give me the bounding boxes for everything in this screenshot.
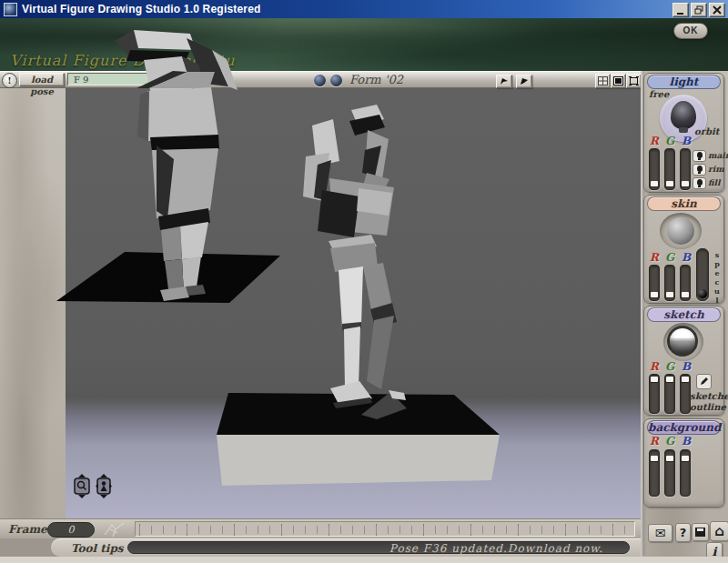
green-label: G: [665, 251, 674, 264]
ok-button[interactable]: OK: [673, 23, 708, 39]
blue-label: B: [682, 435, 691, 447]
skin-green-slider[interactable]: [664, 265, 675, 301]
move-figure-control[interactable]: [95, 474, 113, 498]
background-panel-header[interactable]: background: [647, 420, 721, 435]
background-green-slider[interactable]: [664, 449, 675, 497]
help-button[interactable]: ?: [675, 523, 691, 542]
bulb-icon: [697, 179, 703, 186]
sketch-panel-header[interactable]: sketch: [647, 307, 721, 322]
slider-handle[interactable]: [682, 456, 689, 461]
pencil-icon: [699, 377, 709, 387]
light-green-slider[interactable]: [664, 148, 675, 190]
slider-handle[interactable]: [682, 292, 689, 297]
upload-pose-button[interactable]: !: [2, 73, 17, 88]
restore-icon: [693, 5, 704, 15]
light-panel-header[interactable]: light: [647, 75, 721, 89]
load-pose-button[interactable]: load pose: [19, 73, 65, 86]
fill-light-label: fill: [708, 178, 720, 187]
slider-handle[interactable]: [682, 181, 689, 186]
tooltips-label: Tool tips: [71, 542, 124, 555]
frame-bar: Frame 0: [0, 518, 641, 538]
title-bar: Virtual Figure Drawing Studio 1.0 Regist…: [0, 0, 728, 18]
fullscreen-view-button[interactable]: [626, 74, 642, 88]
skin-preview-well: [660, 213, 702, 249]
light-blue-slider[interactable]: [680, 148, 691, 190]
frame-number-field[interactable]: 0: [47, 522, 95, 538]
skin-panel-header[interactable]: skin: [647, 196, 721, 211]
prev-form-sphere-button[interactable]: [314, 75, 326, 86]
sketched-outline-button[interactable]: [696, 374, 712, 389]
grid-view-button[interactable]: [595, 74, 611, 88]
sidebar: light free orbit R G B main rim fill ski…: [641, 71, 728, 557]
bottom-strip: [0, 557, 728, 563]
flag-icon: [520, 77, 529, 85]
slider-handle[interactable]: [682, 377, 689, 382]
slider-handle[interactable]: [651, 181, 658, 186]
main-light-toggle[interactable]: [693, 150, 706, 162]
frame-label: Frame: [8, 523, 47, 536]
flag-icon: [500, 77, 509, 85]
main-light-label: main: [708, 151, 728, 160]
slider-handle[interactable]: [651, 456, 658, 461]
restore-button[interactable]: [691, 3, 707, 17]
light-orbit-mode[interactable]: orbit: [694, 126, 719, 136]
sketch-red-slider[interactable]: [649, 374, 660, 414]
help-icon: ?: [680, 526, 687, 539]
app-icon[interactable]: [4, 3, 17, 16]
green-label: G: [665, 360, 674, 373]
green-label: G: [665, 435, 674, 447]
light-red-slider[interactable]: [649, 148, 660, 190]
sketch-preview-well: [663, 323, 703, 361]
ruler-minor-ticks: [139, 526, 632, 534]
close-button[interactable]: [709, 3, 725, 17]
single-view-button[interactable]: [611, 74, 626, 88]
slider-handle[interactable]: [666, 181, 673, 186]
rim-light-label: rim: [708, 165, 724, 174]
slider-handle[interactable]: [651, 292, 658, 297]
window-title: Virtual Figure Drawing Studio 1.0 Regist…: [22, 3, 261, 15]
close-icon: [712, 5, 723, 15]
bulb-icon: [697, 166, 703, 172]
fill-light-toggle[interactable]: [693, 177, 706, 189]
next-form-sphere-button[interactable]: [330, 75, 342, 86]
blue-label: B: [682, 360, 691, 373]
grid-view-icon: [598, 76, 608, 85]
pose-viewport[interactable]: [66, 88, 641, 518]
pose-flag-button-2[interactable]: [516, 75, 532, 88]
skin-specular-slider[interactable]: [696, 248, 709, 301]
pose-name-field[interactable]: [67, 73, 167, 85]
red-label: R: [650, 251, 659, 264]
sketch-preview-sphere: [667, 326, 698, 357]
zoom-figure-control[interactable]: [73, 474, 91, 498]
minimize-button[interactable]: [672, 3, 689, 17]
slider-handle[interactable]: [666, 456, 673, 461]
skin-red-slider[interactable]: [649, 265, 660, 301]
light-free-mode[interactable]: free: [649, 89, 669, 99]
app-logo-text: Virtual Figure Drawing Stu: [10, 52, 236, 69]
green-label: G: [665, 135, 674, 147]
banner: Virtual Figure Drawing Stu OK: [0, 18, 728, 71]
save-disk-icon: [695, 528, 705, 537]
rim-light-toggle[interactable]: [693, 164, 706, 176]
toolbar: ! load pose Form '02: [0, 71, 641, 88]
slider-handle[interactable]: [666, 377, 673, 382]
left-texture-strip: [0, 88, 66, 518]
red-label: R: [650, 135, 659, 147]
slider-handle[interactable]: [651, 377, 658, 382]
background-red-slider[interactable]: [649, 449, 660, 497]
background-blue-slider[interactable]: [680, 449, 691, 497]
pose-flag-button-1[interactable]: [496, 75, 512, 88]
skin-blue-slider[interactable]: [680, 265, 691, 301]
red-label: R: [650, 360, 659, 373]
specular-handle[interactable]: [698, 289, 707, 298]
slider-handle[interactable]: [666, 292, 673, 297]
mail-button[interactable]: ✉: [648, 524, 672, 542]
bulb-icon: [697, 152, 703, 158]
timeline-ruler[interactable]: [135, 521, 635, 537]
save-button[interactable]: [692, 523, 709, 541]
sketch-green-slider[interactable]: [664, 374, 675, 414]
tooltips-bar: Tool tips Pose F36 updated.Download now.: [0, 538, 641, 557]
home-button[interactable]: ⌂: [710, 521, 728, 541]
gesture-figure-icon: [102, 521, 127, 538]
status-message: Pose F36 updated.Download now.: [127, 541, 630, 554]
